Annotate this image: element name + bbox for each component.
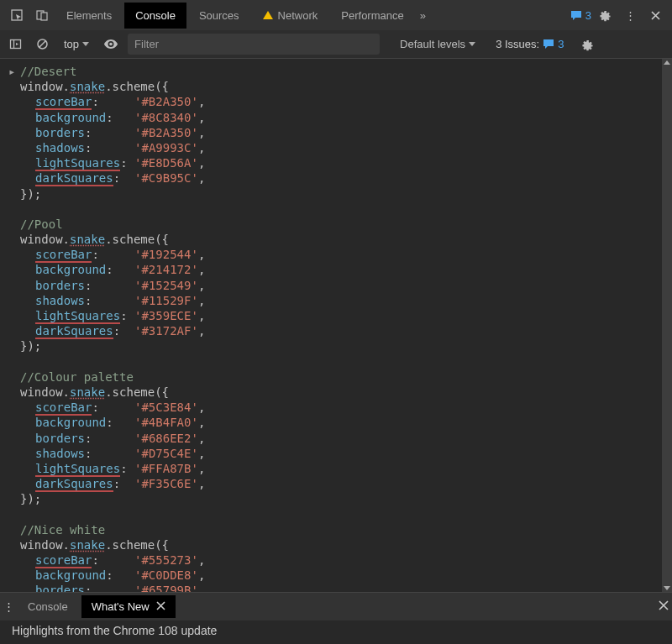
kebab-menu-icon[interactable]: ⋮ — [618, 3, 642, 27]
drawer-tab-console[interactable]: Console — [18, 595, 78, 618]
svg-marker-5 — [16, 43, 18, 45]
tab-performance[interactable]: Performance — [330, 3, 414, 29]
issues-counter[interactable]: 3 Issues: 3 — [489, 38, 570, 50]
tab-sources[interactable]: Sources — [188, 3, 250, 29]
svg-line-7 — [39, 41, 45, 48]
drawer-tabbar: ⋮ Console What's New — [0, 592, 672, 620]
errors-badge[interactable]: 3 — [570, 9, 591, 22]
filter-input[interactable] — [128, 34, 380, 55]
tab-network-label: Network — [278, 9, 318, 22]
tab-network[interactable]: Network — [252, 3, 329, 29]
tab-console[interactable]: Console — [124, 3, 186, 29]
tab-elements[interactable]: Elements — [55, 3, 123, 29]
svg-rect-3 — [10, 40, 20, 49]
chevron-down-icon — [82, 42, 89, 46]
drawer-tab-whatsnew[interactable]: What's New — [81, 595, 176, 618]
log-levels-selector[interactable]: Default levels — [393, 38, 482, 50]
whatsnew-heading: Highlights from the Chrome 108 update — [12, 624, 217, 637]
scroll-up-icon[interactable] — [664, 60, 670, 65]
device-toggle-icon[interactable] — [30, 3, 54, 27]
console-toolbar: top Default levels 3 Issues: 3 — [0, 30, 672, 59]
close-drawer-icon[interactable] — [659, 600, 669, 613]
scrollbar[interactable] — [662, 59, 672, 592]
scroll-down-icon[interactable] — [664, 586, 670, 590]
warning-icon — [263, 11, 273, 19]
svg-rect-2 — [41, 13, 47, 20]
console-code[interactable]: ▸//Desertwindow.snake.scheme({scoreBar: … — [0, 59, 672, 592]
inspect-icon[interactable] — [5, 3, 29, 27]
devtools-tabbar: Elements Console Sources Network Perform… — [0, 0, 672, 30]
close-tab-icon[interactable] — [156, 600, 165, 613]
context-selector[interactable]: top — [59, 35, 94, 53]
drawer-content: Highlights from the Chrome 108 update — [0, 620, 672, 644]
chevron-down-icon — [469, 42, 475, 46]
close-devtools-icon[interactable] — [643, 3, 667, 27]
console-settings-icon[interactable] — [577, 34, 597, 55]
svg-point-8 — [109, 43, 113, 46]
sidebar-toggle-icon[interactable] — [5, 34, 25, 55]
more-tabs-icon[interactable]: » — [417, 9, 429, 22]
live-expression-icon[interactable] — [101, 34, 121, 55]
settings-icon[interactable] — [593, 3, 617, 27]
console-output: ▸//Desertwindow.snake.scheme({scoreBar: … — [0, 59, 672, 592]
drawer-menu-icon[interactable]: ⋮ — [3, 600, 14, 613]
clear-console-icon[interactable] — [32, 34, 52, 55]
